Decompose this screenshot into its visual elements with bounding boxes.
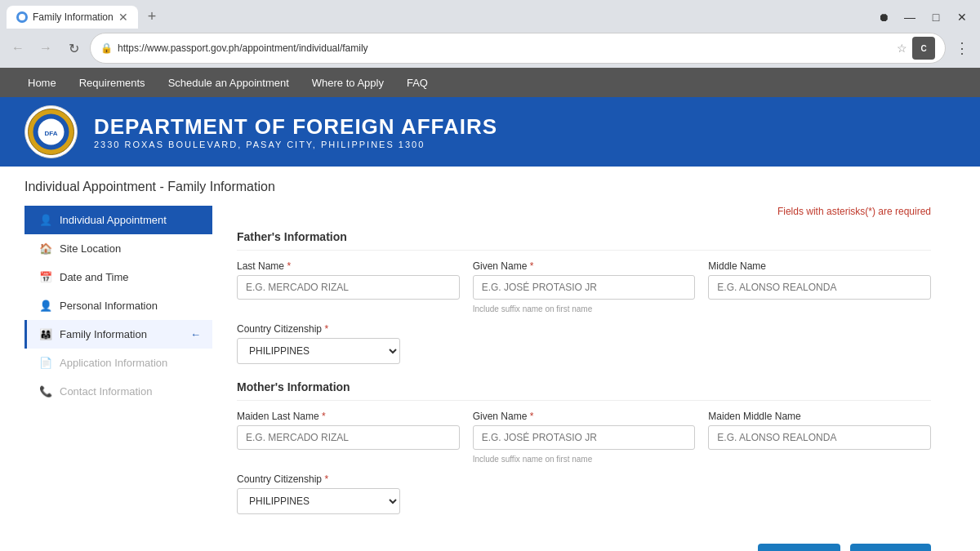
father-middle-name-group: Middle Name	[708, 260, 931, 313]
sidebar-item-individual-appointment[interactable]: 👤 Individual Appointment	[24, 206, 212, 234]
tab-title: Family Information	[33, 11, 114, 23]
person-icon: 👤	[38, 300, 53, 312]
mother-name-row: Maiden Last Name * Given Name * Inc	[237, 411, 931, 464]
page-title: Individual Appointment - Family Informat…	[24, 180, 956, 194]
svg-text:DFA: DFA	[45, 130, 58, 137]
header-title: DEPARTMENT OF FOREIGN AFFAIRS	[94, 114, 497, 140]
tab-close-button[interactable]: ✕	[118, 11, 128, 24]
nav-schedule[interactable]: Schedule an Appointment	[157, 68, 301, 97]
header-subtitle: 2330 Roxas Boulevard, Pasay City, Philip…	[94, 140, 497, 149]
mother-middle-name-group: Maiden Middle Name	[708, 411, 931, 464]
father-middle-name-label: Middle Name	[708, 260, 931, 272]
maximize-button[interactable]: □	[924, 8, 947, 26]
browser-chrome: Family Information ✕ + ⏺ — □ ✕ ← → ↻ 🔒 h…	[0, 0, 980, 68]
father-last-name-group: Last Name *	[237, 260, 460, 313]
header-text: DEPARTMENT OF FOREIGN AFFAIRS 2330 Roxas…	[94, 114, 497, 149]
content-area: Individual Appointment - Family Informat…	[0, 167, 980, 551]
window-controls: ⏺ — □ ✕	[872, 8, 973, 26]
forward-button[interactable]: →	[34, 37, 57, 60]
sidebar-label-date: Date and Time	[60, 271, 129, 283]
sidebar-item-date-time[interactable]: 📅 Date and Time	[24, 263, 212, 291]
dfa-seal: DFA	[24, 105, 78, 158]
sidebar-label-individual: Individual Appointment	[60, 214, 167, 226]
sidebar-item-contact-info: 📞 Contact Information	[24, 377, 212, 406]
sidebar-item-application-info: 📄 Application Information	[24, 349, 212, 377]
sidebar-item-site-location[interactable]: 🏠 Site Location	[24, 234, 212, 263]
form-area: Fields with asterisks(*) are required Fa…	[212, 206, 956, 551]
address-bar[interactable]: 🔒 https://www.passport.gov.ph/appointmen…	[90, 33, 946, 64]
nav-requirements[interactable]: Requirements	[68, 68, 157, 97]
fathers-section-title: Father's Information	[237, 230, 931, 251]
mother-last-name-input[interactable]	[237, 425, 460, 450]
father-country-select[interactable]: PHILIPPINES OTHERS	[237, 338, 400, 364]
close-button[interactable]: ✕	[951, 8, 973, 26]
mother-middle-name-label: Maiden Middle Name	[708, 411, 931, 422]
browser-menu-button[interactable]: ⋮	[951, 37, 973, 60]
sidebar: 👤 Individual Appointment 🏠 Site Location…	[24, 206, 212, 551]
minimize-button[interactable]: —	[898, 8, 921, 26]
current-arrow-icon: ←	[190, 328, 201, 340]
browser-tab[interactable]: Family Information ✕	[7, 6, 138, 29]
mother-given-name-group: Given Name * Include suffix name on firs…	[473, 411, 696, 464]
extension-icon[interactable]: C	[912, 37, 935, 60]
back-button[interactable]: BACK	[758, 544, 841, 551]
required-note: Fields with asterisks(*) are required	[237, 206, 931, 217]
mothers-section-title: Mother's Information	[237, 380, 931, 401]
sidebar-label-personal: Personal Information	[60, 300, 158, 312]
calendar-icon: 📅	[38, 271, 53, 283]
phone-icon: 📞	[38, 385, 53, 398]
nav-where[interactable]: Where to Apply	[301, 68, 395, 97]
father-given-name-hint: Include suffix name on first name	[473, 304, 696, 313]
site-header: DFA DEPARTMENT OF FOREIGN AFFAIRS 2330 R…	[0, 97, 980, 167]
mother-last-name-label: Maiden Last Name *	[237, 411, 460, 422]
sidebar-label-contact: Contact Information	[60, 385, 152, 398]
sidebar-item-family-info[interactable]: 👨‍👩‍👧 Family Information ←	[24, 320, 212, 349]
father-last-name-label: Last Name *	[237, 260, 460, 272]
home-icon: 🏠	[38, 242, 53, 255]
mother-country-group: Country Citizenship * PHILIPPINES OTHERS	[237, 473, 931, 514]
father-country-group: Country Citizenship * PHILIPPINES OTHERS	[237, 323, 931, 364]
mother-last-name-group: Maiden Last Name *	[237, 411, 460, 464]
record-button[interactable]: ⏺	[872, 8, 895, 26]
tab-favicon	[16, 11, 28, 23]
mothers-info-section: Mother's Information Maiden Last Name *	[237, 380, 931, 514]
mother-country-label: Country Citizenship *	[237, 473, 931, 485]
father-given-name-group: Given Name * Include suffix name on firs…	[473, 260, 696, 313]
father-name-row: Last Name * Given Name * Include su	[237, 260, 931, 313]
sidebar-label-site: Site Location	[60, 242, 121, 255]
refresh-button[interactable]: ↻	[62, 37, 85, 60]
lock-icon: 🔒	[100, 42, 113, 54]
father-given-name-input[interactable]	[473, 275, 696, 300]
fathers-info-section: Father's Information Last Name * Given N	[237, 230, 931, 364]
top-navigation: Home Requirements Schedule an Appointmen…	[0, 68, 980, 97]
browser-toolbar: ← → ↻ 🔒 https://www.passport.gov.ph/appo…	[0, 29, 980, 68]
father-country-label: Country Citizenship *	[237, 323, 931, 335]
father-given-name-label: Given Name *	[473, 260, 696, 272]
page-wrapper: Home Requirements Schedule an Appointmen…	[0, 68, 980, 551]
mother-given-name-label: Given Name *	[473, 411, 696, 422]
father-last-name-input[interactable]	[237, 275, 460, 300]
mother-given-name-input[interactable]	[473, 425, 696, 450]
nav-faq[interactable]: FAQ	[395, 68, 439, 97]
main-layout: 👤 Individual Appointment 🏠 Site Location…	[24, 206, 956, 551]
doc-icon: 📄	[38, 357, 53, 369]
sidebar-label-family: Family Information	[60, 328, 147, 340]
family-icon: 👨‍👩‍👧	[38, 328, 53, 340]
mother-country-select[interactable]: PHILIPPINES OTHERS	[237, 488, 400, 514]
mother-given-name-hint: Include suffix name on first name	[473, 455, 696, 464]
back-button[interactable]: ←	[7, 37, 29, 60]
nav-home[interactable]: Home	[16, 68, 68, 97]
button-row: BACK NEXT	[237, 531, 931, 551]
svg-point-0	[19, 14, 25, 20]
sidebar-label-application: Application Information	[60, 357, 167, 369]
bookmark-icon[interactable]: ☆	[897, 42, 907, 55]
url-display: https://www.passport.gov.ph/appointment/…	[118, 42, 889, 54]
individual-icon: 👤	[38, 214, 53, 226]
next-button[interactable]: NEXT	[850, 544, 931, 551]
father-middle-name-input[interactable]	[708, 275, 931, 300]
sidebar-item-personal-info[interactable]: 👤 Personal Information	[24, 291, 212, 320]
mother-middle-name-input[interactable]	[708, 425, 931, 450]
new-tab-button[interactable]: +	[141, 5, 163, 29]
